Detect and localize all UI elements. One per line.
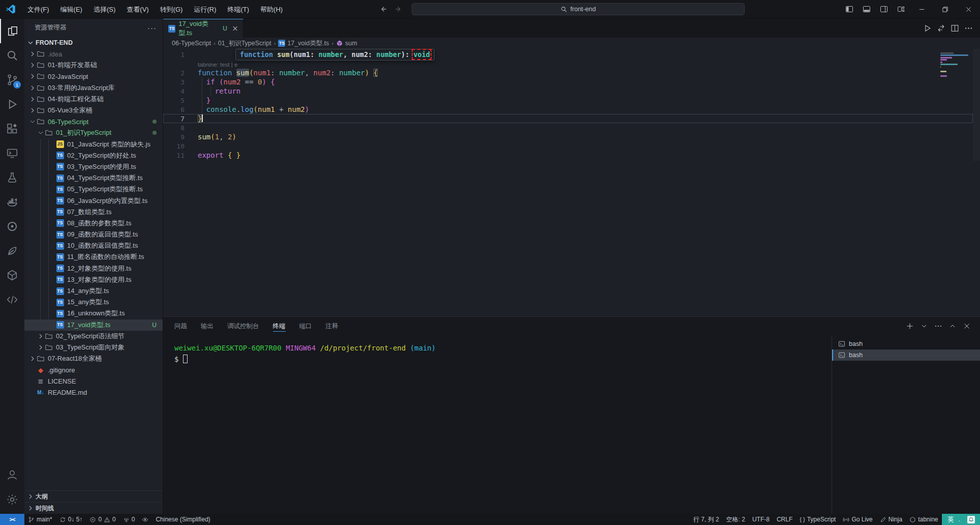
editor-more-button[interactable] — [964, 24, 973, 33]
ime-keyboard-icon[interactable] — [967, 516, 975, 523]
activity-item-manage[interactable] — [0, 487, 24, 512]
tree-item[interactable]: TS08_函数的参数类型.ts — [24, 218, 163, 229]
breadcrumb-folder[interactable]: 01_初识TypeScript — [218, 39, 271, 48]
split-editor-button[interactable] — [951, 24, 959, 33]
tree-item[interactable]: 03-常用的JavaScript库 — [24, 82, 163, 94]
menu-item[interactable]: 转到(G) — [155, 3, 189, 16]
toggle-panel-icon[interactable] — [858, 2, 875, 17]
activity-item-explorer[interactable] — [0, 19, 24, 43]
outline-section[interactable]: 大纲 — [24, 490, 163, 502]
tree-item[interactable]: 02_TypeScript语法细节 — [24, 331, 163, 342]
activity-item-settings-sync[interactable] — [0, 214, 24, 239]
tree-item[interactable]: TS05_TypeScript类型推断.ts — [24, 184, 163, 195]
tree-item[interactable]: 03_TypeScript面向对象 — [24, 342, 163, 353]
forward-icon[interactable] — [394, 5, 403, 13]
panel-tab-输出[interactable]: 输出 — [201, 317, 213, 335]
breadcrumb-folder[interactable]: 06-TypeScript — [172, 40, 211, 47]
panel-tab-终端[interactable]: 终端 — [273, 317, 286, 335]
timeline-section[interactable]: 时间线 — [24, 502, 163, 514]
panel-more-button[interactable] — [934, 322, 942, 330]
customize-layout-icon[interactable] — [893, 2, 910, 17]
activity-item-source-control[interactable]: 1 — [0, 68, 24, 92]
menu-item[interactable]: 文件(F) — [22, 3, 55, 16]
minimize-button[interactable] — [910, 0, 933, 19]
tree-item[interactable]: ◆.gitignore — [24, 364, 163, 375]
problems-item[interactable]: 0 0 — [86, 514, 119, 525]
screencast-item[interactable] — [138, 514, 152, 525]
tree-item[interactable]: TS09_函数的返回值类型.ts — [24, 229, 163, 240]
panel-tab-端口[interactable]: 端口 — [299, 317, 312, 335]
menu-item[interactable]: 选择(S) — [88, 3, 121, 16]
activity-item-snippets[interactable] — [0, 287, 24, 312]
eol-item[interactable]: CRLF — [773, 514, 796, 525]
git-sync-item[interactable]: 0↓ 5↑ — [56, 514, 86, 525]
tree-item[interactable]: 01-前端开发基础 — [24, 60, 163, 71]
activity-item-leaf-extension[interactable] — [0, 239, 24, 263]
menu-item[interactable]: 编辑(E) — [55, 3, 88, 16]
go-live-item[interactable]: Go Live — [839, 514, 876, 525]
tree-item[interactable]: .idea — [24, 48, 163, 60]
close-panel-button[interactable] — [963, 322, 971, 330]
tree-item[interactable]: TS14_any类型.ts — [24, 285, 163, 297]
tree-item[interactable]: 06-TypeScript — [24, 116, 163, 127]
tree-item[interactable]: TS10_函数的返回值类型.ts — [24, 240, 163, 251]
ime-indicator[interactable]: 英 、 — [942, 514, 980, 525]
tree-root-front-end[interactable]: FRONT-END — [24, 37, 163, 48]
activity-item-remote-explorer[interactable] — [0, 141, 24, 165]
panel-tab-调试控制台[interactable]: 调试控制台 — [227, 317, 259, 335]
restore-button[interactable] — [933, 0, 957, 19]
ninja-item[interactable]: Ninja — [876, 514, 906, 525]
activity-item-extensions[interactable] — [0, 116, 24, 141]
breadcrumb-symbol[interactable]: sum — [345, 40, 357, 47]
activity-item-cube-extension[interactable] — [0, 263, 24, 287]
code-editor[interactable]: 1tabnine: test | e2function sum(num1: nu… — [163, 49, 980, 316]
tree-item[interactable]: JS01_JavaScript 类型的缺失.js — [24, 139, 163, 150]
tree-item[interactable]: 02-JavaScript — [24, 71, 163, 82]
tree-item[interactable]: 04-前端工程化基础 — [24, 94, 163, 105]
panel-tab-问题[interactable]: 问题 — [174, 317, 187, 335]
terminal[interactable]: weiwei.xu@DESKTOP-6QR7R00 MINGW64 /d/pro… — [163, 335, 832, 514]
close-window-button[interactable] — [957, 0, 980, 19]
tree-item[interactable]: ≣LICENSE — [24, 375, 163, 387]
git-branch-item[interactable]: main* — [24, 514, 56, 525]
encoding-item[interactable]: UTF-8 — [749, 514, 773, 525]
new-terminal-button[interactable] — [906, 322, 914, 330]
tree-item[interactable]: TS17_void类型.tsU — [24, 319, 163, 331]
tree-item[interactable]: TS06_JavaScrpt的内置类型.ts — [24, 195, 163, 206]
terminal-instance-bash[interactable]: bash — [832, 338, 980, 349]
activity-item-docker[interactable] — [0, 190, 24, 214]
tree-item[interactable]: TS03_TypeScript的使用.ts — [24, 161, 163, 172]
tree-item[interactable]: M↓README.md — [24, 387, 163, 398]
tree-item[interactable]: TS07_数组类型.ts — [24, 207, 163, 218]
activity-item-search[interactable] — [0, 43, 24, 68]
menu-item[interactable]: 帮助(H) — [255, 3, 288, 16]
broadcast-item[interactable]: 0 — [119, 514, 139, 525]
minimap[interactable] — [940, 50, 970, 77]
language-pack-item[interactable]: Chinese (Simplified) — [152, 514, 213, 525]
tree-item[interactable]: TS04_TypeScript类型推断.ts — [24, 172, 163, 184]
indentation-item[interactable]: 空格: 2 — [723, 514, 749, 525]
terminal-instance-bash[interactable]: bash — [832, 349, 980, 361]
panel-tab-注释[interactable]: 注释 — [326, 317, 339, 335]
tree-item[interactable]: 01_初识TypeScript — [24, 127, 163, 138]
activity-item-run-and-debug[interactable] — [0, 92, 24, 116]
toggle-secondary-sidebar-icon[interactable] — [875, 2, 893, 17]
maximize-panel-button[interactable] — [948, 322, 957, 330]
run-file-button[interactable] — [923, 24, 932, 33]
tree-item[interactable]: 07-React18全家桶 — [24, 353, 163, 364]
explorer-more-actions-icon[interactable]: ··· — [147, 23, 157, 32]
tabnine-item[interactable]: tabnine — [906, 514, 941, 525]
activity-item-testing[interactable] — [0, 165, 24, 190]
activity-item-accounts[interactable] — [0, 463, 24, 487]
tree-item[interactable]: TS13_对象类型的使用.ts — [24, 274, 163, 285]
terminal-picker-button[interactable] — [920, 322, 928, 330]
menu-item[interactable]: 终端(T) — [222, 3, 255, 16]
iterate-button[interactable] — [937, 24, 945, 33]
cursor-position-item[interactable]: 行 7, 列 2 — [690, 514, 723, 525]
tree-item[interactable]: TS15_any类型.ts — [24, 297, 163, 308]
tree-item[interactable]: TS12_对象类型的使用.ts — [24, 263, 163, 274]
toggle-sidebar-icon[interactable] — [841, 2, 858, 17]
language-mode-item[interactable]: { } TypeScript — [796, 514, 839, 525]
tab-17-void[interactable]: TS 17_void类型.ts U — [163, 19, 243, 38]
tab-close-icon[interactable] — [231, 24, 239, 33]
